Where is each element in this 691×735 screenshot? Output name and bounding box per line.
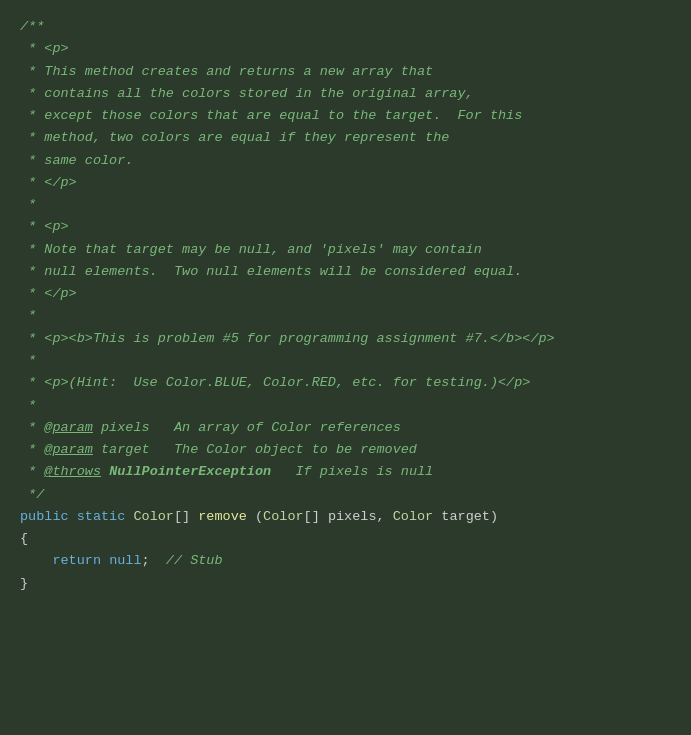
space3 bbox=[433, 506, 441, 528]
line-11: * Note that target may be null, and 'pix… bbox=[20, 239, 671, 261]
comment-text: * <p> bbox=[20, 216, 69, 238]
paren-close: ) bbox=[490, 506, 498, 528]
space bbox=[125, 506, 133, 528]
type-color: Color bbox=[133, 506, 174, 528]
comment-text: * except those colors that are equal to … bbox=[20, 105, 522, 127]
comment-text: target The Color object to be removed bbox=[93, 439, 417, 461]
comment-text bbox=[101, 461, 109, 483]
line-23: public static Color[] remove (Color[] pi… bbox=[20, 506, 671, 528]
line-14: * bbox=[20, 305, 671, 327]
comment-text: * bbox=[20, 439, 44, 461]
line-26: } bbox=[20, 573, 671, 595]
line-5: * except those colors that are equal to … bbox=[20, 105, 671, 127]
line-15: * <p><b>This is problem #5 for programmi… bbox=[20, 328, 671, 350]
line-16: * bbox=[20, 350, 671, 372]
line-19: * @param pixels An array of Color refere… bbox=[20, 417, 671, 439]
line-13: * </p> bbox=[20, 283, 671, 305]
line-1: /** bbox=[20, 16, 671, 38]
space4 bbox=[101, 550, 109, 572]
comment-text: * bbox=[20, 350, 36, 372]
method-remove: remove bbox=[198, 506, 247, 528]
line-4: * contains all the colors stored in the … bbox=[20, 83, 671, 105]
comment-text: * bbox=[20, 461, 44, 483]
line-24: { bbox=[20, 528, 671, 550]
indent-space bbox=[20, 550, 52, 572]
line-10: * <p> bbox=[20, 216, 671, 238]
code-editor: /** * <p> * This method creates and retu… bbox=[0, 0, 691, 735]
stub-comment: // Stub bbox=[166, 550, 223, 572]
comment-text: * bbox=[20, 194, 36, 216]
bracket-open-2: [] bbox=[304, 506, 320, 528]
line-17: * <p>(Hint: Use Color.BLUE, Color.RED, e… bbox=[20, 372, 671, 394]
comment-text: * <p> bbox=[20, 38, 69, 60]
space bbox=[69, 506, 77, 528]
line-3: * This method creates and returns a new … bbox=[20, 61, 671, 83]
comment-text: * same color. bbox=[20, 150, 133, 172]
space bbox=[190, 506, 198, 528]
line-7: * same color. bbox=[20, 150, 671, 172]
throws-tag: @throws bbox=[44, 461, 101, 483]
line-2: * <p> bbox=[20, 38, 671, 60]
comment-text: * method, two colors are equal if they r… bbox=[20, 127, 449, 149]
line-9: * bbox=[20, 194, 671, 216]
type-color-3: Color bbox=[393, 506, 434, 528]
comment-text: pixels An array of Color references bbox=[93, 417, 401, 439]
comment-text: If pixels is null bbox=[271, 461, 433, 483]
comment-text: * <p><b>This is problem #5 for programmi… bbox=[20, 328, 555, 350]
line-20: * @param target The Color object to be r… bbox=[20, 439, 671, 461]
line-21: * @throws NullPointerException If pixels… bbox=[20, 461, 671, 483]
bracket-open: [] bbox=[174, 506, 190, 528]
keyword-static: static bbox=[77, 506, 126, 528]
line-18: * bbox=[20, 395, 671, 417]
keyword-null: null bbox=[109, 550, 141, 572]
paren-open: ( bbox=[247, 506, 263, 528]
line-6: * method, two colors are equal if they r… bbox=[20, 127, 671, 149]
line-12: * null elements. Two null elements will … bbox=[20, 261, 671, 283]
comment-text: * null elements. Two null elements will … bbox=[20, 261, 522, 283]
comment-text: * Note that target may be null, and 'pix… bbox=[20, 239, 482, 261]
comment-text: */ bbox=[20, 484, 44, 506]
open-brace: { bbox=[20, 528, 28, 550]
semicolon: ; bbox=[142, 550, 166, 572]
comment-text: /** bbox=[20, 16, 44, 38]
comment-text: * bbox=[20, 305, 36, 327]
comment-text: * bbox=[20, 395, 36, 417]
param-tag-2: @param bbox=[44, 439, 93, 461]
comment-text: * </p> bbox=[20, 172, 77, 194]
line-22: */ bbox=[20, 484, 671, 506]
param-target: target bbox=[441, 506, 490, 528]
comment-text: * <p>(Hint: Use Color.BLUE, Color.RED, e… bbox=[20, 372, 530, 394]
keyword-public: public bbox=[20, 506, 69, 528]
close-brace: } bbox=[20, 573, 28, 595]
comment-text: * contains all the colors stored in the … bbox=[20, 83, 474, 105]
param-tag: @param bbox=[44, 417, 93, 439]
keyword-return: return bbox=[52, 550, 101, 572]
comment-text: * This method creates and returns a new … bbox=[20, 61, 433, 83]
type-color-2: Color bbox=[263, 506, 304, 528]
space2 bbox=[320, 506, 328, 528]
comma: , bbox=[377, 506, 393, 528]
line-25: return null; // Stub bbox=[20, 550, 671, 572]
param-pixels: pixels bbox=[328, 506, 377, 528]
comment-text: * </p> bbox=[20, 283, 77, 305]
exception-name: NullPointerException bbox=[109, 461, 271, 483]
line-8: * </p> bbox=[20, 172, 671, 194]
comment-text: * bbox=[20, 417, 44, 439]
